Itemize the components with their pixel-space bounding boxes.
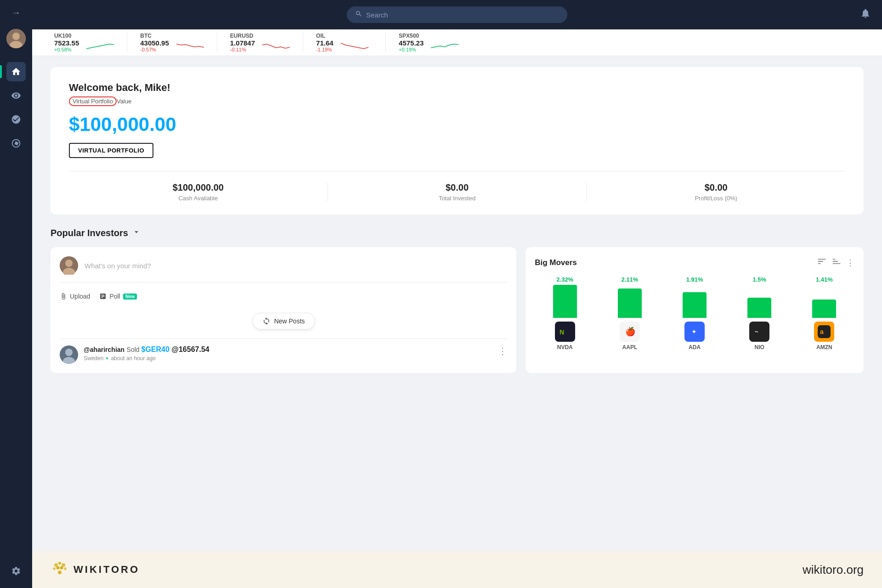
- feed-avatar: [60, 345, 78, 364]
- svg-text:🍎: 🍎: [625, 327, 636, 337]
- sort-up-icon[interactable]: [817, 256, 827, 269]
- popular-investors-chevron[interactable]: [132, 227, 141, 239]
- wikitoro-logo-icon: [51, 560, 69, 579]
- movers-grid: 2.32% N NVDA 2.11% 🍎 AAPL 1.91% ✦: [535, 276, 854, 351]
- search-input[interactable]: [366, 11, 559, 19]
- more-options-icon[interactable]: ⋮: [846, 258, 854, 268]
- sidebar-item-portfolio[interactable]: [6, 110, 26, 129]
- mover-AMZN[interactable]: 1.41% a AMZN: [794, 276, 854, 351]
- new-badge: New: [123, 294, 137, 300]
- svg-point-21: [57, 566, 60, 570]
- ticker-BTC[interactable]: BTC 43050.95 -0.57%: [127, 33, 217, 52]
- feed-meta: Sweden about an hour ago: [84, 355, 492, 362]
- stat-cash: $100,000.00 Cash Available: [69, 182, 328, 202]
- footer-logo-text: WIKITORO: [74, 564, 140, 576]
- mover-logo: a: [814, 322, 834, 342]
- new-posts-button[interactable]: New Posts: [253, 313, 315, 329]
- svg-point-24: [58, 571, 62, 574]
- profitloss-label: Profit/Loss (0%): [695, 195, 737, 202]
- mover-logo: ~: [749, 322, 769, 342]
- notification-bell-icon[interactable]: [860, 8, 871, 22]
- mover-bar-container: [747, 285, 771, 318]
- virtual-portfolio-button[interactable]: VIRTUAL PORTFOLIO: [69, 143, 153, 158]
- post-placeholder[interactable]: What's on your mind?: [85, 262, 507, 270]
- mover-bar: [618, 288, 642, 318]
- topbar: [32, 0, 882, 29]
- scroll-area[interactable]: Welcome back, Mike! Virtual Portfolio Va…: [32, 56, 882, 551]
- main-content: UK100 7523.55 +0.58% BTC 43050.95 -0.57%: [32, 0, 882, 588]
- mover-bar-container: [683, 285, 707, 318]
- feed-item: @aharirchian Sold $GER40 @16567.54 Swede…: [60, 339, 507, 364]
- profitloss-value: $0.00: [705, 182, 728, 193]
- ticker-OIL[interactable]: OIL 71.64 -1.19%: [303, 33, 386, 52]
- avatar[interactable]: [6, 29, 26, 48]
- big-movers-column: Big Movers ⋮: [526, 247, 864, 373]
- big-movers-header: Big Movers ⋮: [535, 256, 854, 269]
- search-bar[interactable]: [347, 6, 567, 23]
- welcome-card: Welcome back, Mike! Virtual Portfolio Va…: [51, 67, 864, 215]
- ticker-SPX500[interactable]: SPX500 4575.23 +0.19%: [386, 33, 471, 52]
- feed-ticker[interactable]: $GER40: [141, 345, 170, 353]
- svg-text:N: N: [560, 328, 564, 336]
- cash-label: Cash Available: [178, 195, 218, 202]
- mover-bar: [683, 292, 707, 318]
- stats-row: $100,000.00 Cash Available $0.00 Total I…: [69, 171, 845, 202]
- mover-NVDA[interactable]: 2.32% N NVDA: [535, 276, 595, 351]
- feed-more-button[interactable]: ⋮: [498, 345, 507, 356]
- post-actions: Upload Poll New: [60, 289, 507, 304]
- feed-price: @16567.54: [171, 345, 209, 353]
- invested-label: Total Invested: [439, 195, 475, 202]
- post-input-area: What's on your mind?: [60, 256, 507, 283]
- mover-name: AMZN: [816, 344, 832, 351]
- mover-logo: ✦: [684, 322, 705, 342]
- big-movers-actions: ⋮: [817, 256, 854, 269]
- mover-name: AAPL: [622, 344, 638, 351]
- upload-button[interactable]: Upload: [60, 293, 90, 300]
- svg-point-20: [53, 567, 56, 570]
- portfolio-value: $100,000.00: [69, 113, 845, 136]
- mover-NIO[interactable]: 1.5% ~ NIO: [729, 276, 790, 351]
- sidebar-collapse-arrow[interactable]: →: [11, 7, 21, 18]
- sidebar-item-home[interactable]: [6, 62, 26, 81]
- feed-dot: [106, 357, 108, 359]
- mover-pct: 1.41%: [816, 276, 833, 283]
- svg-point-1: [12, 33, 20, 40]
- ticker-bar: UK100 7523.55 +0.58% BTC 43050.95 -0.57%: [32, 29, 882, 56]
- mover-bar-container: [618, 285, 642, 318]
- mover-pct: 1.5%: [752, 276, 766, 283]
- ticker-UK100[interactable]: UK100 7523.55 +0.58%: [41, 33, 127, 52]
- mover-ADA[interactable]: 1.91% ✦ ADA: [665, 276, 725, 351]
- invested-value: $0.00: [446, 182, 469, 193]
- mover-bar: [553, 285, 577, 318]
- svg-text:~: ~: [755, 328, 758, 335]
- mover-bar: [747, 298, 771, 318]
- mover-logo: N: [555, 322, 575, 342]
- big-movers-title: Big Movers: [535, 258, 577, 267]
- stat-invested: $0.00 Total Invested: [328, 182, 587, 202]
- mover-AAPL[interactable]: 2.11% 🍎 AAPL: [599, 276, 660, 351]
- mover-bar-container: [812, 285, 836, 318]
- svg-point-4: [65, 260, 73, 267]
- footer-site-url[interactable]: wikitoro.org: [803, 563, 864, 577]
- svg-text:✦: ✦: [691, 328, 697, 335]
- cash-value: $100,000.00: [173, 182, 224, 193]
- search-icon: [355, 10, 362, 19]
- svg-point-7: [65, 349, 73, 356]
- sidebar-item-watchlist[interactable]: [6, 86, 26, 105]
- svg-point-18: [58, 562, 61, 565]
- sidebar-item-discover[interactable]: [6, 134, 26, 153]
- feed-username: @aharirchian: [84, 346, 124, 353]
- two-col-layout: What's on your mind? Upload Poll: [51, 247, 864, 373]
- welcome-title: Welcome back, Mike!: [69, 82, 845, 94]
- footer-logo: WIKITORO: [51, 560, 140, 579]
- poll-button[interactable]: Poll New: [99, 293, 137, 300]
- sidebar-bottom: [6, 561, 26, 581]
- popular-investors-header: Popular Investors: [51, 227, 864, 239]
- footer: WIKITORO wikitoro.org: [32, 551, 882, 588]
- portfolio-label: Virtual Portfolio: [69, 96, 117, 106]
- sort-down-icon[interactable]: [831, 256, 842, 269]
- ticker-EURUSD[interactable]: EURUSD 1.07847 -0.11%: [217, 33, 303, 52]
- mover-bar-container: [553, 285, 577, 318]
- mover-name: ADA: [689, 344, 701, 351]
- settings-icon[interactable]: [6, 561, 26, 581]
